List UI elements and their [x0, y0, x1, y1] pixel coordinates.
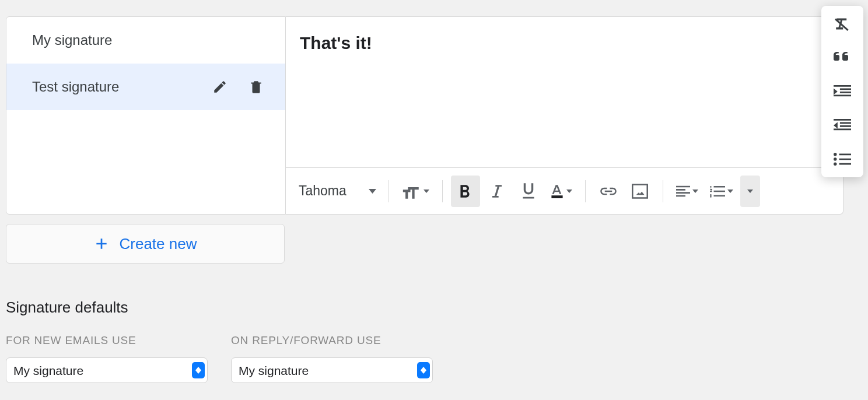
- numbered-list-button[interactable]: [705, 176, 738, 207]
- plus-icon: [94, 236, 109, 251]
- bold-button[interactable]: [451, 176, 480, 207]
- signature-name: My signature: [32, 32, 264, 48]
- chevron-down-icon: [727, 190, 733, 193]
- signature-item[interactable]: My signature: [6, 17, 285, 64]
- signature-name: Test signature: [32, 79, 212, 95]
- chevron-down-icon: [692, 190, 698, 193]
- defaults-title: Signature defaults: [6, 299, 868, 317]
- chevron-down-icon: [424, 190, 429, 193]
- toolbar-divider: [388, 180, 388, 202]
- chevron-down-icon: [566, 190, 572, 193]
- italic-button[interactable]: [482, 176, 512, 207]
- edit-icon[interactable]: [212, 79, 228, 95]
- remove-formatting-button[interactable]: [831, 14, 854, 34]
- toolbar-divider: [585, 180, 586, 202]
- more-formatting-button[interactable]: [740, 176, 760, 207]
- editor-content-area[interactable]: That's it!: [286, 17, 843, 167]
- for-new-emails-select[interactable]: My signature: [6, 357, 208, 383]
- toolbar-divider: [663, 180, 663, 202]
- indent-less-button[interactable]: [831, 115, 854, 135]
- align-button[interactable]: [671, 176, 703, 207]
- insert-image-button[interactable]: [625, 176, 654, 207]
- editor-toolbar: Tahoma: [286, 167, 843, 214]
- svg-point-1: [834, 153, 836, 156]
- delete-icon[interactable]: [248, 79, 264, 95]
- underline-button[interactable]: [514, 176, 543, 207]
- indent-more-button[interactable]: [831, 82, 854, 101]
- insert-link-button[interactable]: [594, 176, 623, 207]
- chevron-down-icon: [747, 190, 753, 193]
- text-color-button[interactable]: [545, 176, 577, 207]
- on-reply-forward-select[interactable]: My signature: [231, 357, 433, 383]
- quote-button[interactable]: [831, 48, 854, 68]
- svg-point-3: [834, 162, 836, 165]
- signature-editor: That's it! Tahoma: [286, 16, 844, 215]
- chevron-down-icon: [369, 189, 376, 194]
- svg-rect-0: [551, 195, 562, 198]
- signature-item-selected[interactable]: Test signature: [6, 64, 285, 110]
- floating-format-toolbar: [821, 6, 863, 177]
- bulleted-list-button[interactable]: [831, 149, 854, 169]
- for-new-emails-label: FOR NEW EMAILS USE: [6, 334, 208, 347]
- font-name-label: Tahoma: [299, 183, 346, 199]
- toolbar-divider: [442, 180, 443, 202]
- signature-defaults-section: Signature defaults FOR NEW EMAILS USE My…: [6, 299, 868, 383]
- on-reply-forward-label: ON REPLY/FORWARD USE: [231, 334, 433, 347]
- signature-list: My signature Test signature: [6, 16, 286, 215]
- svg-point-2: [834, 157, 836, 160]
- font-size-button[interactable]: [397, 176, 434, 207]
- create-new-label: Create new: [120, 235, 197, 253]
- create-new-button[interactable]: Create new: [6, 224, 285, 264]
- font-selector[interactable]: Tahoma: [295, 183, 380, 199]
